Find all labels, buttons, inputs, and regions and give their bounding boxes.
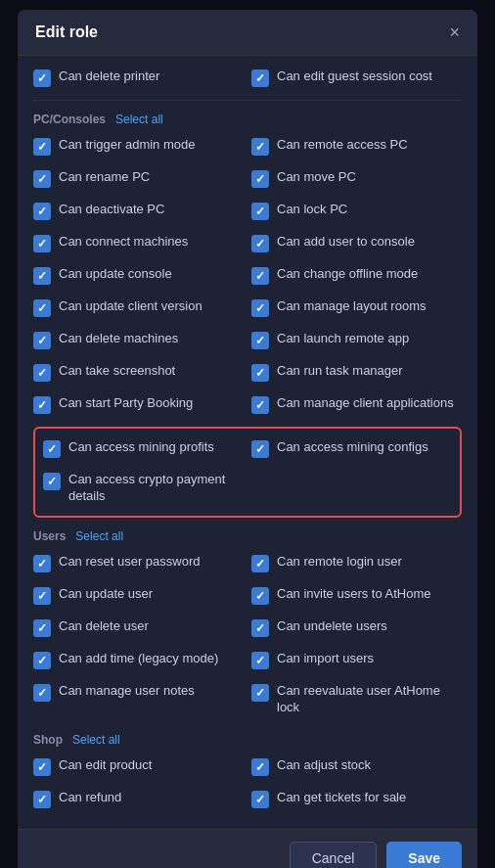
checkbox[interactable]: ✓ (251, 332, 269, 349)
checkbox[interactable]: ✓ (251, 203, 269, 220)
section-label-pc-consoles: PC/Consoles (33, 113, 106, 126)
permission-label: Can take screenshot (59, 363, 175, 380)
checkbox[interactable]: ✓ (251, 235, 269, 252)
permission-item: ✓ Can add user to console (251, 229, 462, 257)
checkbox[interactable]: ✓ (251, 364, 269, 382)
permission-label: Can reevaluate user AtHome lock (277, 683, 462, 716)
permission-label: Can launch remote app (277, 331, 409, 347)
permission-label: Can delete printer (59, 69, 159, 85)
permission-item: ✓ Can take screenshot (33, 358, 244, 387)
permission-label: Can update client version (59, 298, 202, 315)
permission-item: ✓ Can add time (legacy mode) (33, 646, 244, 674)
checkbox[interactable]: ✓ (33, 652, 51, 669)
checkbox[interactable]: ✓ (33, 619, 51, 637)
permission-item: ✓ Can run task manager (251, 358, 462, 387)
permission-item: ✓ Can remote access PC (251, 132, 462, 160)
checkbox[interactable]: ✓ (33, 299, 51, 317)
permission-item: ✓ Can invite users to AtHome (251, 581, 462, 610)
checkbox[interactable]: ✓ (251, 587, 269, 605)
checkbox[interactable]: ✓ (33, 170, 51, 188)
checkbox[interactable]: ✓ (33, 332, 51, 349)
permission-item: ✓ Can get tickets for sale (251, 785, 462, 813)
permission-label: Can reset user password (59, 554, 201, 571)
edit-role-modal: Edit role × ✓ Can delete printer ✓ Can e… (18, 10, 477, 868)
permission-item: ✓ Can start Party Booking (33, 390, 244, 419)
checkbox[interactable]: ✓ (33, 364, 51, 382)
modal-body: ✓ Can delete printer ✓ Can edit guest se… (18, 56, 477, 829)
checkbox[interactable]: ✓ (33, 69, 51, 87)
permission-label: Can lock PC (277, 202, 347, 218)
permission-item: ✓ Can remote login user (251, 549, 462, 577)
checkbox[interactable]: ✓ (251, 69, 269, 87)
checkbox[interactable]: ✓ (251, 555, 269, 572)
permission-label: Can manage client applications (277, 395, 454, 412)
close-button[interactable]: × (449, 23, 460, 41)
checkbox[interactable]: ✓ (251, 758, 269, 776)
checkbox[interactable]: ✓ (251, 791, 269, 808)
permission-label: Can import users (277, 651, 374, 667)
permission-label: Can add user to console (277, 234, 415, 251)
checkbox[interactable]: ✓ (33, 396, 51, 414)
cancel-button[interactable]: Cancel (290, 842, 378, 868)
permission-label: Can connect machines (59, 234, 188, 251)
permission-item: ✓ Can edit guest session cost (251, 64, 462, 92)
permission-label: Can remote access PC (277, 137, 408, 154)
permission-label: Can deactivate PC (59, 202, 164, 218)
modal-title: Edit role (35, 23, 98, 41)
permission-item: ✓ Can refund (33, 785, 244, 813)
permission-item: ✓ Can import users (251, 646, 462, 674)
permission-label: Can edit guest session cost (277, 69, 432, 85)
permission-label: Can remote login user (277, 554, 402, 571)
select-all-pc-consoles[interactable]: Select all (115, 113, 163, 126)
checkbox[interactable]: ✓ (33, 587, 51, 605)
checkbox[interactable]: ✓ (251, 619, 269, 637)
select-all-users[interactable]: Select all (75, 529, 123, 543)
permission-item: ✓ Can update console (33, 261, 244, 290)
permission-item: ✓ Can adjust stock (251, 753, 462, 781)
permission-label: Can run task manager (277, 363, 403, 380)
permission-item: ✓ Can manage user notes (33, 678, 244, 721)
permission-item: ✓ Can access crypto payment details (43, 467, 244, 510)
permission-label: Can rename PC (59, 169, 150, 186)
checkbox[interactable]: ✓ (33, 138, 51, 156)
checkbox[interactable]: ✓ (33, 555, 51, 572)
checkbox[interactable]: ✓ (251, 267, 269, 285)
checkbox[interactable]: ✓ (43, 473, 61, 490)
permission-item: ✓ Can reset user password (33, 549, 244, 577)
checkbox[interactable]: ✓ (33, 684, 51, 702)
section-label-users: Users (33, 529, 66, 543)
top-permissions: ✓ Can delete printer ✓ Can edit guest se… (33, 56, 462, 101)
checkbox[interactable]: ✓ (33, 235, 51, 252)
permission-item: ✓ Can manage layout rooms (251, 294, 462, 322)
modal-footer: Cancel Save (18, 829, 477, 868)
section-header-users: Users Select all (33, 529, 462, 543)
section-header-shop: Shop Select all (33, 733, 462, 747)
checkbox[interactable]: ✓ (251, 170, 269, 188)
permission-label: Can get tickets for sale (277, 790, 406, 806)
permission-item: ✓ Can update user (33, 581, 244, 610)
checkbox[interactable]: ✓ (251, 652, 269, 669)
save-button[interactable]: Save (386, 842, 462, 868)
pc-consoles-permissions: ✓ Can trigger admin mode ✓ Can remote ac… (33, 132, 462, 419)
permission-label: Can access mining configs (277, 439, 428, 456)
checkbox[interactable]: ✓ (251, 396, 269, 414)
permission-item: ✓ Can access mining configs (251, 434, 452, 463)
mining-permissions: ✓ Can access mining profits ✓ Can access… (43, 434, 452, 510)
checkbox[interactable]: ✓ (251, 299, 269, 317)
checkbox[interactable]: ✓ (251, 440, 269, 458)
permission-item: ✓ Can delete printer (33, 64, 244, 92)
checkbox[interactable]: ✓ (43, 440, 61, 458)
permission-label: Can start Party Booking (59, 395, 193, 412)
permission-label: Can undelete users (277, 618, 387, 635)
checkbox[interactable]: ✓ (251, 684, 269, 702)
checkbox[interactable]: ✓ (251, 138, 269, 156)
checkbox[interactable]: ✓ (33, 267, 51, 285)
checkbox[interactable]: ✓ (33, 791, 51, 808)
permission-item: ✓ Can move PC (251, 164, 462, 193)
permission-item: ✓ Can edit product (33, 753, 244, 781)
permission-label: Can manage user notes (59, 683, 195, 700)
select-all-shop[interactable]: Select all (72, 733, 120, 747)
permission-item: ✓ Can manage client applications (251, 390, 462, 419)
checkbox[interactable]: ✓ (33, 203, 51, 220)
checkbox[interactable]: ✓ (33, 758, 51, 776)
